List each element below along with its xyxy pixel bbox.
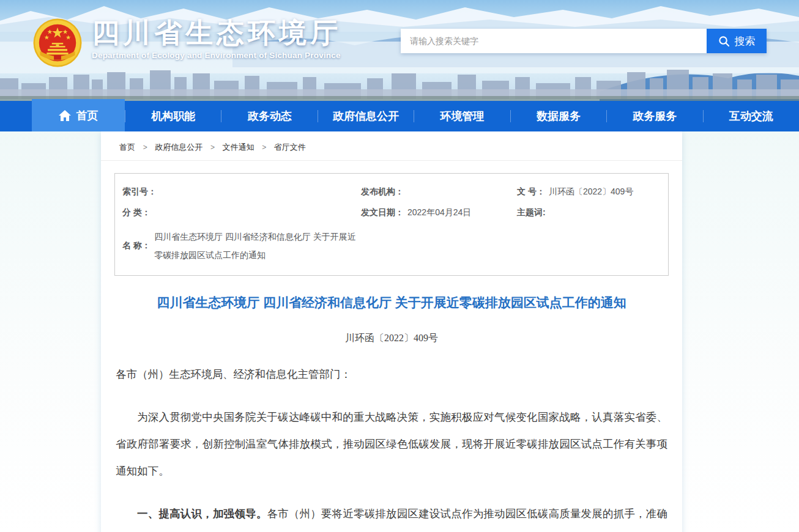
search-bar: 搜索 (401, 29, 767, 53)
main-navigation: 首页 机构职能 政务动态 政府信息公开 环境管理 数据服务 政务服务 互动交流 (0, 101, 799, 131)
home-icon (59, 110, 71, 121)
breadcrumb-separator: > (262, 143, 266, 152)
nav-item-label: 首页 (76, 108, 98, 123)
meta-category: 分 类： (122, 207, 361, 219)
meta-keyword-label: 主题词: (517, 207, 546, 218)
body-paragraph: 一、提高认识，加强领导。各市（州）要将近零碳排放园区建设试点作为推动园区低碳高质… (116, 500, 667, 532)
national-emblem-logo (32, 17, 83, 68)
nav-item-home[interactable]: 首页 (32, 99, 125, 131)
meta-date-label: 发文日期： (361, 207, 404, 218)
body-paragraph: 为深入贯彻党中央国务院关于碳达峰碳中和的重大战略决策，实施积极应对气候变化国家战… (116, 404, 667, 484)
search-input[interactable] (401, 29, 707, 53)
breadcrumb-home[interactable]: 首页 (119, 142, 135, 152)
breadcrumb-separator: > (210, 143, 215, 152)
meta-index-number: 索引号： (122, 186, 361, 198)
meta-issuing-agency: 发布机构： (361, 186, 517, 198)
nav-item-interaction[interactable]: 互动交流 (704, 109, 799, 124)
search-button[interactable]: 搜索 (707, 29, 767, 53)
breadcrumb-separator: > (143, 143, 147, 152)
document-body: 各市（州）生态环境局、经济和信息化主管部门： 为深入贯彻党中央国务院关于碳达峰碳… (116, 361, 667, 532)
meta-index-label: 索引号： (122, 187, 157, 198)
site-title-english: Department of Ecology and Environment of… (92, 51, 341, 60)
nav-items: 机构职能 政务动态 政府信息公开 环境管理 数据服务 政务服务 互动交流 (125, 101, 799, 131)
meta-name-label: 名 称： (122, 240, 151, 251)
meta-docno-label: 文 号： (517, 187, 545, 198)
content-panel: 首页 > 政府信息公开 > 文件通知 > 省厅文件 索引号： 发布机构： 文 号… (101, 131, 682, 532)
site-banner: 四川省生态环境厅 Department of Ecology and Envir… (0, 0, 799, 101)
nav-item-gov-services[interactable]: 政务服务 (607, 109, 702, 124)
site-brand: 四川省生态环境厅 Department of Ecology and Envir… (32, 17, 341, 68)
meta-empty-cell (361, 240, 517, 252)
meta-issue-date: 发文日期： 2022年04月24日 (361, 207, 517, 219)
breadcrumb-provincial-files[interactable]: 省厅文件 (274, 142, 306, 152)
search-button-label: 搜索 (735, 34, 756, 48)
meta-category-label: 分 类： (122, 207, 151, 218)
meta-agency-label: 发布机构： (361, 187, 404, 198)
document-title: 四川省生态环境厅 四川省经济和信息化厅 关于开展近零碳排放园区试点工作的通知 (125, 293, 658, 312)
breadcrumb-gov-info-disclosure[interactable]: 政府信息公开 (155, 142, 203, 152)
document-meta-box: 索引号： 发布机构： 文 号： 川环函〔2022〕409号 分 类： 发文日期：… (114, 173, 669, 276)
breadcrumb-file-notices[interactable]: 文件通知 (223, 142, 255, 152)
meta-docno-value: 川环函〔2022〕409号 (549, 187, 634, 198)
paragraph-lead: 一、提高认识，加强领导。 (137, 508, 267, 520)
document-number: 川环函〔2022〕409号 (101, 332, 682, 345)
salutation: 各市（州）生态环境局、经济和信息化主管部门： (116, 361, 667, 388)
nav-item-gov-info-disclosure[interactable]: 政府信息公开 (318, 109, 414, 124)
breadcrumb: 首页 > 政府信息公开 > 文件通知 > 省厅文件 (101, 131, 682, 161)
meta-keywords: 主题词: (517, 207, 662, 219)
nav-item-org-functions[interactable]: 机构职能 (125, 109, 221, 124)
nav-item-env-management[interactable]: 环境管理 (414, 109, 510, 124)
nav-item-gov-news[interactable]: 政务动态 (221, 109, 317, 124)
meta-doc-number: 文 号： 川环函〔2022〕409号 (517, 186, 662, 198)
meta-empty-cell (517, 240, 662, 252)
meta-doc-name: 名 称： 四川省生态环境厅 四川省经济和信息化厅 关于开展近零碳排放园区试点工作… (122, 227, 361, 264)
search-icon (718, 35, 730, 47)
meta-name-value: 四川省生态环境厅 四川省经济和信息化厅 关于开展近零碳排放园区试点工作的通知 (154, 227, 361, 264)
site-title: 四川省生态环境厅 (92, 17, 341, 49)
nav-item-data-services[interactable]: 数据服务 (511, 109, 606, 124)
meta-date-value: 2022年04月24日 (407, 207, 471, 218)
